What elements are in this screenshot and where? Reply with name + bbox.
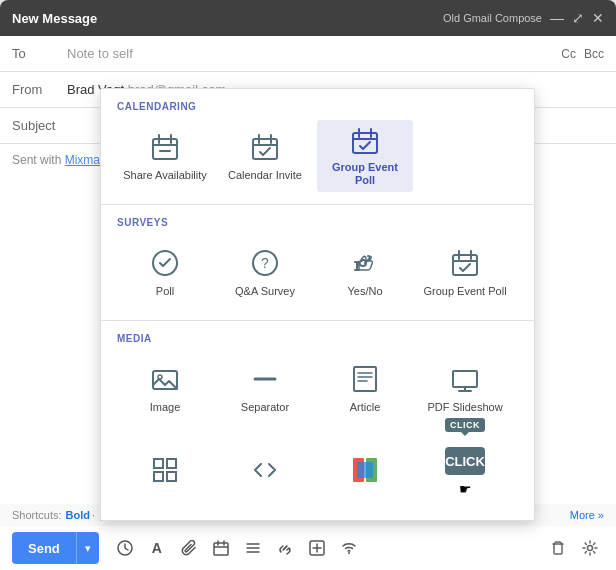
cc-button[interactable]: Cc [561, 47, 576, 61]
toolbar: Send ▾ A [0, 526, 616, 570]
group-event-poll-item[interactable]: Group Event Poll [317, 120, 413, 192]
clock-icon[interactable] [111, 534, 139, 562]
svg-rect-33 [154, 459, 163, 468]
more-items-grid: CLICK CLICK ☛ [117, 436, 518, 508]
svg-rect-19 [453, 255, 477, 275]
svg-point-51 [348, 552, 350, 554]
group-event-poll2-item[interactable]: Group Event Poll [417, 236, 513, 308]
svg-rect-26 [354, 367, 376, 391]
image-icon [147, 361, 183, 397]
svg-point-52 [588, 546, 593, 551]
click-text: CLICK [445, 454, 485, 469]
schedule-button[interactable]: ▾ [76, 532, 99, 564]
separator-icon [247, 361, 283, 397]
send-wrapper: Send ▾ [12, 532, 99, 564]
color-blocks-icon [347, 452, 383, 488]
to-field-row: To Note to self Cc Bcc [0, 36, 616, 72]
click-icon: CLICK [445, 447, 485, 475]
insert-dropdown: CALENDARING Share Availability [100, 88, 535, 521]
calendar-invite-label: Calendar Invite [228, 169, 302, 182]
click-item[interactable]: CLICK CLICK ☛ [417, 436, 513, 508]
send-button[interactable]: Send [12, 532, 76, 564]
click-badge-label: CLICK [445, 418, 485, 432]
format-text-icon[interactable]: A [143, 534, 171, 562]
separator-label: Separator [241, 401, 289, 414]
settings-icon[interactable] [576, 534, 604, 562]
svg-rect-35 [154, 472, 163, 481]
calendar-invite-item[interactable]: Calendar Invite [217, 120, 313, 192]
surveys-section: SURVEYS Poll ? [101, 205, 534, 320]
calendaring-section: CALENDARING Share Availability [101, 89, 534, 204]
compose-window: New Message Old Gmail Compose — ⤢ ✕ To N… [0, 0, 616, 570]
qa-survey-icon: ? [247, 245, 283, 281]
svg-rect-9 [353, 133, 377, 153]
article-label: Article [350, 401, 381, 414]
article-item[interactable]: Article [317, 352, 413, 424]
group-event-poll2-label: Group Event Poll [423, 285, 506, 298]
resize-icon[interactable]: ⤢ [572, 10, 584, 26]
to-value[interactable]: Note to self [67, 46, 561, 61]
cursor-icon: ☛ [459, 481, 472, 497]
svg-rect-30 [453, 371, 477, 387]
bcc-button[interactable]: Bcc [584, 47, 604, 61]
share-availability-item[interactable]: Share Availability [117, 120, 213, 192]
old-gmail-label: Old Gmail Compose [443, 12, 542, 24]
poll-item[interactable]: Poll [117, 236, 213, 308]
more-items-section: CLICK CLICK ☛ [101, 436, 534, 520]
minimize-icon[interactable]: — [550, 10, 564, 26]
calendaring-grid: Share Availability Calendar Invite [117, 120, 518, 192]
svg-text:?: ? [261, 255, 269, 271]
delete-icon[interactable] [544, 534, 572, 562]
svg-rect-36 [167, 472, 176, 481]
svg-rect-41 [214, 543, 228, 555]
calendar-invite-icon [247, 129, 283, 165]
close-icon[interactable]: ✕ [592, 10, 604, 26]
compose-header: New Message Old Gmail Compose — ⤢ ✕ [0, 0, 616, 36]
yes-no-item[interactable]: Yes/No [317, 236, 413, 308]
qa-survey-label: Q&A Survey [235, 285, 295, 298]
bold-shortcut[interactable]: Bold [66, 509, 90, 521]
calendaring-title: CALENDARING [117, 101, 518, 112]
media-grid: Image Separator [117, 352, 518, 424]
qa-survey-item[interactable]: ? Q&A Survey [217, 236, 313, 308]
svg-rect-39 [357, 462, 373, 478]
svg-rect-5 [253, 139, 277, 159]
attachment-icon[interactable] [175, 534, 203, 562]
poll-label: Poll [156, 285, 174, 298]
calendar-toolbar-icon[interactable] [207, 534, 235, 562]
poll-icon [147, 245, 183, 281]
pdf-slideshow-label: PDF Slideshow [427, 401, 502, 414]
to-field-actions: Cc Bcc [561, 47, 604, 61]
more-shortcuts[interactable]: More » [570, 509, 604, 521]
shortcuts-label: Shortcuts: [12, 509, 62, 521]
pdf-slideshow-item[interactable]: PDF Slideshow [417, 352, 513, 424]
article-icon [347, 361, 383, 397]
header-actions: Old Gmail Compose — ⤢ ✕ [443, 10, 604, 26]
separator-item[interactable]: Separator [217, 352, 313, 424]
share-availability-label: Share Availability [123, 169, 207, 182]
surveys-title: SURVEYS [117, 217, 518, 228]
image-item[interactable]: Image [117, 352, 213, 424]
from-label: From [12, 82, 67, 97]
svg-rect-0 [153, 139, 177, 159]
svg-rect-34 [167, 459, 176, 468]
wifi-icon[interactable] [335, 534, 363, 562]
list-icon[interactable] [239, 534, 267, 562]
grid-icon [147, 452, 183, 488]
code-icon [247, 452, 283, 488]
link-icon[interactable] [271, 534, 299, 562]
group-event-poll-label: Group Event Poll [321, 161, 409, 187]
share-availability-icon [147, 129, 183, 165]
add-block-icon[interactable] [303, 534, 331, 562]
group-event-poll2-icon [447, 245, 483, 281]
yes-no-icon [347, 245, 383, 281]
surveys-grid: Poll ? Q&A Survey [117, 236, 518, 308]
color-blocks-item[interactable] [317, 436, 413, 508]
image-label: Image [150, 401, 181, 414]
yes-no-label: Yes/No [347, 285, 382, 298]
sent-with-label: Sent with [12, 153, 65, 167]
group-event-poll-icon [347, 125, 383, 157]
subject-label: Subject [12, 118, 67, 133]
code-item[interactable] [217, 436, 313, 508]
grid-item[interactable] [117, 436, 213, 508]
